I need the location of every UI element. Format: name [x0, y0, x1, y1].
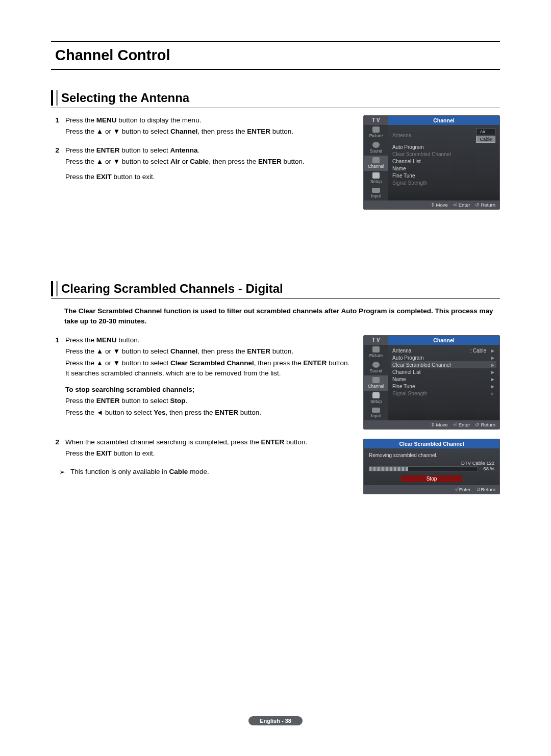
chevron-right-icon: ►: [490, 369, 495, 375]
chevron-right-icon: ►: [490, 355, 495, 361]
section-heading: Selecting the Antenna: [51, 90, 500, 108]
osd-dialog-progress: Clear Scrambled Channel Removing scrambl…: [363, 439, 500, 494]
osd-menu-row: Auto Program: [391, 143, 496, 150]
osd-sidebar: Picture Sound Channel Setup Input: [364, 125, 388, 200]
stop-button[interactable]: Stop: [401, 475, 462, 482]
enter-icon: ⏎: [453, 202, 457, 208]
osd-menu-row: Signal Strength: [391, 179, 496, 186]
osd-menu-row: Antenna Air Cable: [391, 127, 496, 143]
osd-menu-row: Fine Tune ►: [391, 383, 496, 390]
osd-row-value: : Cable: [470, 348, 486, 354]
section-clearing-scrambled: Clearing Scrambled Channels - Digital Th…: [51, 281, 500, 494]
osd-sidebar-item: Setup: [364, 391, 388, 406]
progress-bar: [369, 466, 478, 471]
osd-menu-row: Clear Scrambled Channel ►: [391, 361, 496, 368]
step-line: Press the ▲ or ▼ button to select Channe…: [65, 127, 353, 137]
updown-icon: ⇕: [431, 422, 435, 427]
osd-menu-row: Channel List ►: [391, 368, 496, 375]
osd-row-label: Signal Strength: [392, 180, 427, 186]
sidebar-icon: [372, 127, 380, 133]
step-line: Press the ◄ button to select Yes, then p…: [65, 408, 353, 418]
chapter-title: Channel Control: [51, 41, 500, 70]
note: ➢ This function is only available in Cab…: [59, 467, 353, 477]
osd-footer-return: ↺Return: [475, 422, 495, 427]
step: 1 Press the MENU button. Press the ▲ or …: [51, 335, 353, 419]
step-line: Press the MENU button to display the men…: [65, 115, 353, 125]
section-heading-text: Selecting the Antenna: [61, 91, 189, 105]
sidebar-icon: [372, 172, 380, 179]
osd-row-label: Fine Tune: [392, 384, 415, 389]
chevron-right-icon: ►: [490, 362, 495, 368]
osd-menu-clear-scrambled: T V Channel Picture Sound Channel Setup …: [363, 335, 500, 430]
osd-sidebar: Picture Sound Channel Setup Input: [364, 345, 388, 420]
dialog-footer: ⏎Enter ↺Return: [364, 485, 499, 494]
progress-percent: 68 %: [483, 466, 494, 471]
sidebar-label: Input: [371, 413, 381, 418]
osd-sidebar-item: Channel: [364, 375, 388, 391]
sidebar-label: Channel: [368, 164, 384, 169]
osd-row-label: Fine Tune: [392, 173, 415, 179]
osd-row-label: Name: [392, 376, 406, 382]
progress-fill: [369, 467, 408, 471]
step-number: 2: [51, 437, 59, 460]
osd-sidebar-item: Sound: [364, 360, 388, 375]
steps-list: 1 Press the MENU button to display the m…: [51, 115, 353, 210]
osd-footer: ⇕Move⏎Enter↺Return: [364, 420, 499, 429]
chevron-right-icon: ►: [490, 384, 495, 389]
step: 1 Press the MENU button to display the m…: [51, 115, 353, 138]
osd-footer-enter: ⏎Enter: [453, 422, 470, 427]
osd-footer-move: ⇕Move: [431, 422, 448, 427]
heading-bar-icon: [51, 281, 53, 296]
return-icon: ↺: [475, 202, 479, 208]
antenna-option-air: Air: [476, 128, 495, 135]
sidebar-icon: [372, 362, 380, 368]
sidebar-icon: [372, 392, 380, 398]
note-icon: ➢: [59, 467, 65, 477]
osd-menu-row: Signal Strength ►: [391, 390, 496, 397]
sidebar-icon: [372, 377, 380, 383]
step-number: 2: [51, 145, 59, 184]
sidebar-icon: [372, 157, 380, 163]
note-text: This function is only available in Cable…: [70, 467, 209, 477]
osd-row-label: Signal Strength: [392, 391, 427, 396]
osd-sidebar-item: Picture: [364, 345, 388, 360]
heading-bar-icon: [51, 90, 53, 106]
heading-bar-icon: [56, 281, 58, 296]
chevron-right-icon: ►: [490, 376, 495, 382]
osd-row-label: Auto Program: [392, 355, 424, 361]
section-intro: The Clear Scrambled Channel function is …: [64, 306, 500, 326]
osd-row-label: Antenna: [392, 133, 411, 138]
dialog-title: Clear Scrambled Channel: [364, 439, 499, 448]
dialog-progress-label: DTV Cable 122: [461, 460, 494, 466]
osd-title: Channel: [388, 336, 499, 345]
heading-bar-icon: [56, 90, 58, 106]
osd-menu-row: Name: [391, 165, 496, 172]
osd-menu-list: Antenna Air Cable Auto Program Clear Scr…: [388, 125, 499, 200]
osd-menu-row: Auto Program ►: [391, 354, 496, 361]
chevron-right-icon: ►: [490, 348, 495, 354]
osd-row-label: Antenna: [392, 348, 411, 354]
osd-sidebar-item: Sound: [364, 140, 388, 156]
section-heading: Clearing Scrambled Channels - Digital: [51, 281, 500, 299]
chapter-title-text: Channel Control: [55, 47, 170, 63]
step-line: When the scrambled channel searching is …: [65, 437, 353, 447]
antenna-option-cable: Cable: [476, 136, 495, 143]
osd-row-label: Auto Program: [392, 144, 424, 150]
osd-menu-antenna: T V Channel Picture Sound Channel Setup …: [363, 115, 500, 210]
section-selecting-antenna: Selecting the Antenna 1 Press the MENU b…: [51, 90, 500, 210]
enter-icon: ⏎: [453, 422, 457, 427]
sidebar-label: Input: [371, 193, 381, 198]
sidebar-label: Setup: [370, 179, 382, 184]
osd-sidebar-item: Input: [364, 406, 388, 420]
osd-footer: ⇕Move⏎Enter↺Return: [364, 200, 499, 209]
sidebar-label: Setup: [370, 399, 382, 404]
steps-list: 1 Press the MENU button. Press the ▲ or …: [51, 335, 353, 494]
osd-footer-enter: ⏎Enter: [453, 202, 470, 208]
osd-menu-row: Name ►: [391, 375, 496, 383]
updown-icon: ⇕: [431, 202, 435, 208]
dialog-footer-return: ↺Return: [477, 487, 495, 492]
osd-tv-label: T V: [364, 336, 388, 345]
osd-menu-list: Antenna : Cable► Auto Program ► Clear Sc…: [388, 345, 499, 420]
step: 2 When the scrambled channel searching i…: [51, 437, 353, 460]
osd-sidebar-item: Setup: [364, 171, 388, 186]
